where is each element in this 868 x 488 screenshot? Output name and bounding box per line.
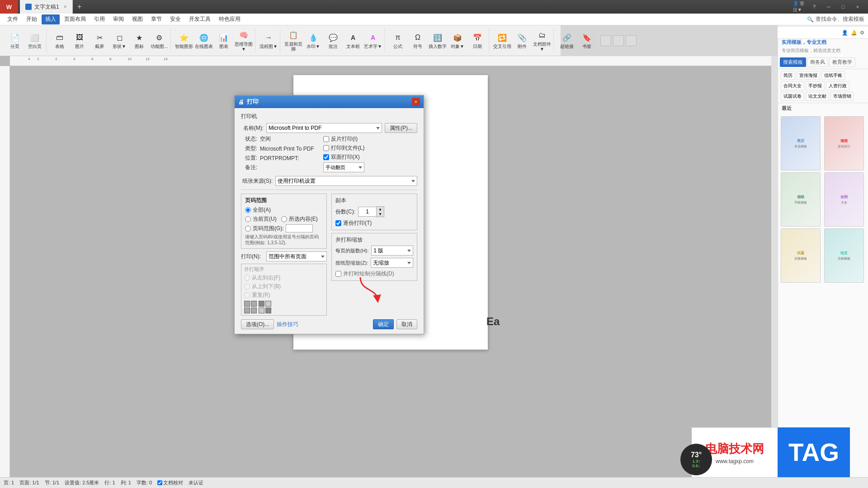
user-button[interactable]: 👤 登注▼	[793, 2, 807, 12]
reverse-print-checkbox[interactable]	[323, 136, 329, 142]
double-sided-checkbox[interactable]	[323, 154, 329, 160]
btn-equation[interactable]: π 公式	[388, 30, 407, 52]
menu-chapter[interactable]: 章节	[147, 14, 165, 24]
cat-letter[interactable]: 信纸手账	[821, 71, 845, 80]
btn-bookmark[interactable]: 🔖 书签	[577, 30, 596, 52]
menu-file[interactable]: 文件	[4, 14, 22, 24]
options-button[interactable]: 选项(O)...	[241, 319, 274, 329]
cancel-button[interactable]: 取消	[396, 319, 417, 329]
page-range-input[interactable]	[286, 224, 313, 232]
btn-comment[interactable]: 💬 批注	[324, 30, 343, 52]
dialog-close-button[interactable]: ×	[412, 98, 420, 106]
menu-security[interactable]: 安全	[166, 14, 184, 24]
btn-image[interactable]: 🖼 图片	[70, 30, 89, 52]
menu-references[interactable]: 引用	[90, 14, 108, 24]
menu-insert[interactable]: 插入	[42, 14, 60, 24]
template-card-4[interactable]: 合同 大全	[824, 172, 864, 227]
print-to-file-checkbox[interactable]	[323, 145, 329, 151]
btn-online-chart[interactable]: 🌐 在线图表	[194, 30, 213, 52]
menu-developer[interactable]: 开发工具	[185, 14, 214, 24]
current-page-radio[interactable]	[245, 216, 251, 222]
btn-docpart[interactable]: 🗂 文档部件▼	[533, 30, 552, 52]
document-tab[interactable]: 文字文稿1 ×	[20, 0, 73, 14]
collate-checkbox[interactable]	[335, 220, 341, 226]
cat-exam[interactable]: 试题试卷	[781, 92, 804, 101]
cat-poster[interactable]: 宣传海报	[797, 71, 820, 80]
cat-paper[interactable]: 论文文献	[806, 92, 829, 101]
view-toggle-1[interactable]	[600, 35, 611, 46]
menu-start[interactable]: 开始	[23, 14, 41, 24]
properties-button[interactable]: 属性(P)...	[385, 123, 417, 133]
doc-check-checkbox[interactable]	[157, 480, 162, 485]
view-toggle-2[interactable]	[613, 35, 624, 46]
close-button[interactable]: ×	[851, 2, 864, 12]
btn-hyperlink[interactable]: 🔗 超链接	[557, 30, 576, 52]
template-card-5[interactable]: 试题 试卷模板	[781, 228, 821, 283]
btn-watermark[interactable]: 💧 水印▼	[304, 30, 323, 52]
draw-borders-checkbox[interactable]	[335, 271, 341, 277]
ok-button[interactable]: 确定	[373, 319, 394, 329]
manual-flip-select[interactable]: 手动翻页	[323, 162, 365, 172]
btn-chart[interactable]: 📊 图表	[214, 30, 233, 52]
cat-hr[interactable]: 人资行政	[826, 81, 849, 90]
sp-tab-edu[interactable]: 教育教学	[829, 57, 855, 67]
tab-close[interactable]: ×	[64, 4, 67, 10]
btn-smartart[interactable]: ⭐ 智能图形	[175, 30, 193, 52]
template-card-3[interactable]: 信纸 手账模板	[781, 172, 821, 227]
repeat-radio[interactable]	[244, 292, 250, 298]
btn-crossref[interactable]: 🔁 交叉引用	[493, 30, 512, 52]
view-toggle-3[interactable]	[626, 35, 637, 46]
help-button[interactable]: ?	[807, 2, 821, 12]
btn-date[interactable]: 📅 日期	[468, 30, 487, 52]
print-what-select[interactable]: 范围中所有页面	[266, 251, 327, 261]
printer-name-select[interactable]: Microsoft Print to PDF	[266, 123, 382, 133]
cat-manual[interactable]: 手抄报	[806, 81, 825, 90]
btn-screenshot[interactable]: ✂ 截屏	[90, 30, 109, 52]
btn-attachment[interactable]: 📎 附件	[513, 30, 532, 52]
btn-wordart[interactable]: A 艺术字▼	[363, 30, 382, 52]
sp-tab-search[interactable]: 搜索模板	[780, 57, 806, 67]
menu-page-layout[interactable]: 页面布局	[61, 14, 90, 24]
cat-resume[interactable]: 简历	[781, 71, 795, 80]
btn-icon[interactable]: ★ 图标	[130, 30, 149, 52]
spinbox-down[interactable]: ▼	[377, 212, 384, 217]
left-right-radio[interactable]	[244, 275, 250, 281]
btn-symbol[interactable]: Ω 符号	[408, 30, 427, 52]
menu-view[interactable]: 视图	[128, 14, 146, 24]
spinbox-up[interactable]: ▲	[377, 207, 384, 212]
menu-review[interactable]: 审阅	[109, 14, 127, 24]
scale-select[interactable]: 无缩放	[371, 258, 413, 268]
copies-input[interactable]	[358, 207, 376, 217]
btn-table[interactable]: 🗃 表格	[50, 30, 69, 52]
maximize-button[interactable]: □	[836, 2, 850, 12]
custom-range-radio[interactable]	[245, 226, 251, 232]
btn-mindmap[interactable]: 🧠 思维导图▼	[234, 30, 253, 52]
template-card-1[interactable]: 简历 专业模板	[781, 116, 821, 171]
template-grid: 简历 专业模板 海报 宣传设计 信纸 手账模板 合同 大全 试题	[778, 114, 868, 285]
minimize-button[interactable]: ─	[822, 2, 835, 12]
btn-header-footer[interactable]: 📋 页眉和页脚	[284, 30, 303, 52]
btn-page-break[interactable]: 📄 分页	[5, 30, 24, 52]
tips-link[interactable]: 操作技巧	[277, 321, 298, 328]
btn-flowchart[interactable]: → 流程图▼	[259, 30, 278, 52]
cat-marketing[interactable]: 市场营销	[830, 92, 854, 101]
scrollbar[interactable]	[771, 56, 778, 477]
btn-funcicon[interactable]: ⚙ 功能图...	[150, 30, 169, 52]
template-card-6[interactable]: 论文 文献模板	[824, 228, 864, 283]
sp-tab-business[interactable]: 商务风	[807, 57, 828, 67]
pages-per-sheet-select[interactable]: 1 版	[371, 246, 413, 256]
btn-blank-page[interactable]: ⬜ 空白页	[25, 30, 44, 52]
menu-special[interactable]: 特色应用	[215, 14, 244, 24]
btn-insert-number[interactable]: 🔢 插入数字	[428, 30, 447, 52]
btn-textbox[interactable]: A 文本框	[344, 30, 363, 52]
new-tab-button[interactable]: +	[73, 0, 86, 14]
selection-radio[interactable]	[281, 216, 287, 222]
paper-source-select[interactable]: 使用打印机设置	[275, 176, 417, 186]
all-pages-radio[interactable]	[245, 207, 251, 213]
screenshot-icon: ✂	[94, 32, 105, 43]
top-bottom-radio[interactable]	[244, 284, 250, 289]
template-card-2[interactable]: 海报 宣传设计	[824, 116, 864, 171]
btn-shape[interactable]: ◻ 形状▼	[110, 30, 129, 52]
cat-contract[interactable]: 合同大全	[781, 81, 804, 90]
btn-object[interactable]: 📦 对象▼	[448, 30, 467, 52]
